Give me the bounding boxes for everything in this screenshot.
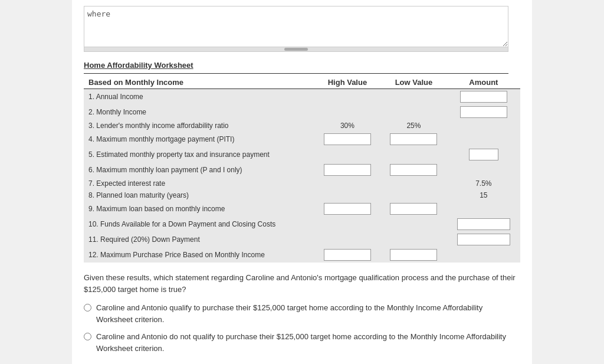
answer-textarea[interactable]: where xyxy=(84,6,508,47)
row-low xyxy=(380,247,447,263)
scrollbar-hint xyxy=(84,47,508,52)
row-low xyxy=(380,132,447,147)
row-label: 9. Maximum loan based on monthly income xyxy=(84,201,314,217)
loan-payment-high-input[interactable] xyxy=(324,164,371,176)
row-label: 8. Planned loan maturity (years) xyxy=(84,189,314,201)
row-label: 5. Estimated monthly property tax and in… xyxy=(84,147,314,162)
table-row: 5. Estimated monthly property tax and in… xyxy=(84,147,520,162)
radio-qualify[interactable] xyxy=(84,304,91,311)
row-high: 30% xyxy=(314,120,381,132)
radio-not-qualify[interactable] xyxy=(84,333,91,340)
col-header-amount: Amount xyxy=(447,76,520,89)
table-row: 1. Annual Income xyxy=(84,89,520,105)
row-amount xyxy=(447,217,520,232)
row-amount xyxy=(447,89,520,105)
radio-option-1: Caroline and Antonio qualify to purchase… xyxy=(84,302,520,325)
question-text: Given these results, which statement reg… xyxy=(84,272,520,295)
table-row: 3. Lender's monthly income affordability… xyxy=(84,120,520,132)
worksheet-table: Based on Monthly Income High Value Low V… xyxy=(84,76,520,263)
low-value-3: 25% xyxy=(406,122,421,130)
radio-label-not-qualify: Caroline and Antonio do not qualify to p… xyxy=(96,331,520,354)
row-amount: 7.5% xyxy=(447,178,520,189)
row-high xyxy=(314,89,381,105)
piti-high-input[interactable] xyxy=(324,133,371,145)
table-row: 11. Required (20%) Down Payment xyxy=(84,232,520,247)
row-amount xyxy=(447,147,520,162)
high-value-3: 30% xyxy=(340,122,354,130)
row-high xyxy=(314,132,381,147)
table-row: 9. Maximum loan based on monthly income xyxy=(84,201,520,217)
table-row: 6. Maximum monthly loan payment (P and I… xyxy=(84,162,520,178)
radio-label-qualify: Caroline and Antonio qualify to purchase… xyxy=(96,302,520,325)
col-header-low: Low Value xyxy=(380,76,447,89)
row-amount xyxy=(447,201,520,217)
table-row: 2. Monthly Income xyxy=(84,104,520,120)
page-container: where Home Affordability Worksheet Based… xyxy=(72,0,532,364)
divider-line xyxy=(84,73,508,74)
piti-low-input[interactable] xyxy=(390,133,437,145)
row-low xyxy=(380,147,447,162)
row-low xyxy=(380,162,447,178)
loan-payment-low-input[interactable] xyxy=(390,164,437,176)
col-header-label: Based on Monthly Income xyxy=(84,76,314,89)
row-high xyxy=(314,189,381,201)
row-label: 10. Funds Available for a Down Payment a… xyxy=(84,217,314,232)
row-amount: 15 xyxy=(447,189,520,201)
row-high xyxy=(314,232,381,247)
row-amount xyxy=(447,120,520,132)
max-price-high-input[interactable] xyxy=(324,249,371,261)
textarea-section: where xyxy=(84,6,520,52)
row-amount xyxy=(447,104,520,120)
scrollbar-thumb xyxy=(284,48,308,51)
annual-income-input[interactable] xyxy=(460,91,507,103)
row-label: 2. Monthly Income xyxy=(84,104,314,120)
row-low xyxy=(380,104,447,120)
row-label: 12. Maximum Purchase Price Based on Mont… xyxy=(84,247,314,263)
row-amount xyxy=(447,232,520,247)
question-section: Given these results, which statement reg… xyxy=(84,272,520,354)
row-high xyxy=(314,247,381,263)
row-label: 7. Expected interest rate xyxy=(84,178,314,189)
row-amount xyxy=(447,162,520,178)
table-row: 8. Planned loan maturity (years) 15 xyxy=(84,189,520,201)
row-high xyxy=(314,201,381,217)
row-label: 11. Required (20%) Down Payment xyxy=(84,232,314,247)
max-loan-low-input[interactable] xyxy=(390,203,437,215)
row-label: 6. Maximum monthly loan payment (P and I… xyxy=(84,162,314,178)
maturity-value: 15 xyxy=(480,191,487,199)
row-amount xyxy=(447,132,520,147)
row-low xyxy=(380,189,447,201)
row-high xyxy=(314,162,381,178)
table-header-row: Based on Monthly Income High Value Low V… xyxy=(84,76,520,89)
row-low xyxy=(380,201,447,217)
tax-insurance-input[interactable] xyxy=(469,149,498,160)
row-low xyxy=(380,178,447,189)
interest-rate-value: 7.5% xyxy=(475,179,491,188)
worksheet-title: Home Affordability Worksheet xyxy=(84,61,520,70)
worksheet-section: Home Affordability Worksheet Based on Mo… xyxy=(84,61,520,263)
table-row: 7. Expected interest rate 7.5% xyxy=(84,178,520,189)
table-row: 12. Maximum Purchase Price Based on Mont… xyxy=(84,247,520,263)
row-low xyxy=(380,217,447,232)
max-loan-high-input[interactable] xyxy=(324,203,371,215)
row-high xyxy=(314,178,381,189)
max-price-low-input[interactable] xyxy=(390,249,437,261)
col-header-high: High Value xyxy=(314,76,381,89)
funds-available-input[interactable] xyxy=(457,218,510,230)
row-high xyxy=(314,104,381,120)
row-amount xyxy=(447,247,520,263)
monthly-income-input[interactable] xyxy=(460,106,507,118)
down-payment-input[interactable] xyxy=(457,234,510,245)
table-row: 4. Maximum monthly mortgage payment (PIT… xyxy=(84,132,520,147)
row-label: 4. Maximum monthly mortgage payment (PIT… xyxy=(84,132,314,147)
table-row: 10. Funds Available for a Down Payment a… xyxy=(84,217,520,232)
radio-option-2: Caroline and Antonio do not qualify to p… xyxy=(84,331,520,354)
row-low: 25% xyxy=(380,120,447,132)
row-low xyxy=(380,89,447,105)
row-label: 3. Lender's monthly income affordability… xyxy=(84,120,314,132)
row-low xyxy=(380,232,447,247)
row-high xyxy=(314,147,381,162)
row-high xyxy=(314,217,381,232)
row-label: 1. Annual Income xyxy=(84,89,314,105)
